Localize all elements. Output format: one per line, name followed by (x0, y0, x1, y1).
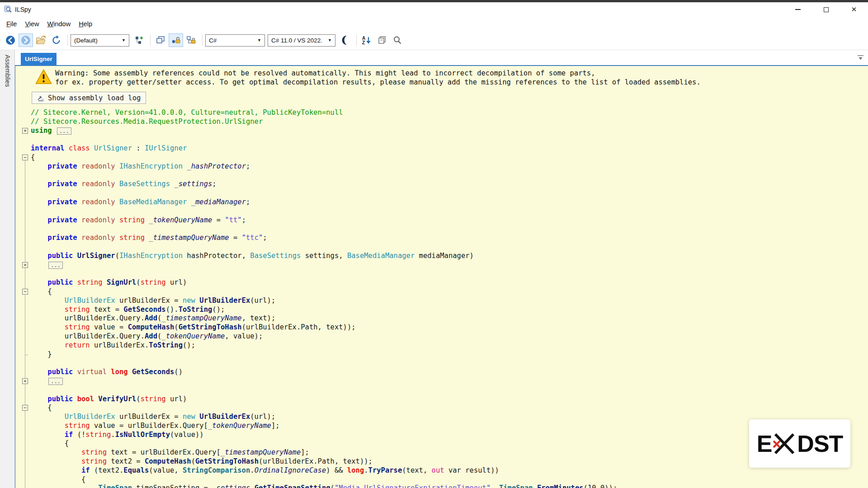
collapsed-region[interactable]: ... (48, 262, 63, 269)
minimize-button[interactable] (784, 2, 812, 17)
code-gutter (15, 171, 31, 180)
tab-list-icon (857, 55, 864, 61)
code-token: ; (242, 216, 246, 224)
fold-end-tick (25, 355, 28, 355)
code-token (73, 395, 77, 403)
maximize-button[interactable] (812, 2, 840, 17)
collapsed-region[interactable]: ... (48, 378, 63, 385)
code-token: string (81, 457, 107, 465)
watermark-letters-dst: DST (797, 430, 843, 457)
close-button[interactable]: ✕ (840, 2, 868, 17)
refresh-button[interactable] (49, 33, 64, 47)
forward-button[interactable] (19, 33, 33, 47)
code-line-text: // Sitecore.Resources.Media.RequestProte… (31, 117, 263, 127)
code-line: + ... (15, 261, 868, 270)
code-token: (url); (250, 413, 275, 421)
back-button[interactable] (3, 33, 18, 47)
code-gutter (15, 359, 31, 368)
language-value: C# (209, 37, 217, 44)
code-token: string (65, 323, 90, 331)
assembly-log-icon (37, 94, 45, 102)
windows-icon (156, 35, 165, 45)
code-line-text: private readonly string _tokenQueryName … (31, 216, 246, 225)
code-line-text: string value = ComputeHash(GetStringToHa… (31, 323, 356, 332)
code-line: − { (15, 287, 868, 296)
code-token: value = urlBuilderEx.Query[ (90, 422, 208, 430)
code-view[interactable]: // Sitecore.Kernel, Version=41.0.0.0, Cu… (15, 108, 868, 488)
code-line (15, 386, 868, 395)
language-dropdown[interactable]: C# ▼ (205, 34, 265, 47)
assemblies-panel-label[interactable]: Assemblies (4, 55, 11, 87)
code-token: tt (229, 216, 238, 224)
code-gutter (15, 350, 31, 359)
code-gutter (15, 296, 31, 305)
show-assembly-load-log-button[interactable]: Show assembly load log (32, 92, 146, 104)
code-token: // Sitecore.Kernel, Version=41.0.0.0, Cu… (31, 108, 343, 117)
code-gutter (15, 216, 31, 225)
search-button[interactable] (390, 33, 405, 47)
manage-assembly-lists-button[interactable] (132, 33, 146, 47)
assembly-list-dropdown[interactable]: (Default) ▼ (71, 34, 129, 47)
duplicate-tab-button[interactable] (375, 33, 389, 47)
show-compiler-generated-toggle[interactable] (184, 33, 198, 47)
code-token: readonly (81, 162, 115, 170)
code-token: ( (157, 314, 161, 322)
tab-label: UrlSigner (25, 56, 52, 62)
code-line (15, 171, 868, 180)
code-token: " (242, 234, 246, 242)
code-token: " (237, 216, 241, 224)
code-gutter: − (15, 404, 31, 413)
menu-window[interactable]: Window (43, 18, 75, 30)
code-token: // Sitecore.Resources.Media.RequestProte… (31, 117, 263, 126)
theme-toggle-button[interactable] (338, 33, 353, 47)
code-gutter (15, 332, 31, 341)
code-gutter (15, 189, 31, 198)
collapsed-region[interactable]: ... (57, 127, 71, 135)
expand-fold-marker[interactable]: + (22, 128, 28, 134)
code-token: ( (157, 332, 161, 340)
menu-help[interactable]: Help (75, 18, 96, 30)
assemblies-panel-strip[interactable]: Assemblies (0, 50, 15, 488)
code-gutter (15, 422, 31, 431)
menu-view[interactable]: View (21, 18, 43, 30)
tab-urlsigner[interactable]: UrlSigner (21, 53, 57, 65)
code-gutter (15, 162, 31, 171)
code-token: BaseSettings (250, 252, 301, 260)
show-internal-api-toggle[interactable] (169, 33, 183, 47)
flatten-namespaces-button[interactable] (153, 33, 168, 47)
code-line: string text = GetSeconds().ToString(); (15, 305, 868, 314)
language-version-dropdown[interactable]: C# 11.0 / VS 2022. ▼ (268, 34, 335, 47)
code-token: public (47, 252, 73, 260)
window-title: ILSpy (15, 6, 31, 13)
warning-icon (35, 69, 52, 86)
collapse-fold-marker[interactable]: − (22, 155, 28, 160)
code-token: readonly (81, 234, 115, 242)
code-gutter (15, 466, 31, 475)
code-line-text: private readonly string _timestampQueryN… (31, 234, 267, 243)
code-token (77, 198, 81, 206)
code-token (195, 413, 199, 421)
collapse-fold-marker[interactable]: − (22, 405, 28, 411)
sort-assemblies-button[interactable]: A Z (359, 33, 374, 47)
code-token: private (47, 162, 77, 170)
collapse-fold-marker[interactable]: − (22, 289, 28, 295)
code-token: mediaManager) (415, 252, 474, 260)
code-token: Media.UrlSignatureExpirationTimeout (339, 484, 486, 488)
code-token: IsNullOrEmpty (115, 431, 170, 439)
code-token (77, 180, 81, 188)
code-line-text: // Sitecore.Kernel, Version=41.0.0.0, Cu… (31, 108, 343, 117)
code-token: TryParse (368, 466, 402, 474)
open-file-button[interactable] (34, 33, 48, 47)
code-token: UrlSigner (94, 144, 132, 152)
menu-file[interactable]: File (2, 18, 21, 30)
expand-fold-marker[interactable]: + (22, 262, 28, 268)
watermark-letter-e: E (757, 430, 772, 457)
tab-list-button[interactable] (857, 54, 864, 62)
code-token: (); (183, 341, 195, 349)
code-line-text: { (31, 287, 52, 296)
code-token: string (65, 305, 90, 314)
code-gutter (15, 341, 31, 350)
code-token: Add (145, 314, 157, 322)
expand-fold-marker[interactable]: + (22, 378, 28, 384)
code-token: , (491, 484, 499, 488)
